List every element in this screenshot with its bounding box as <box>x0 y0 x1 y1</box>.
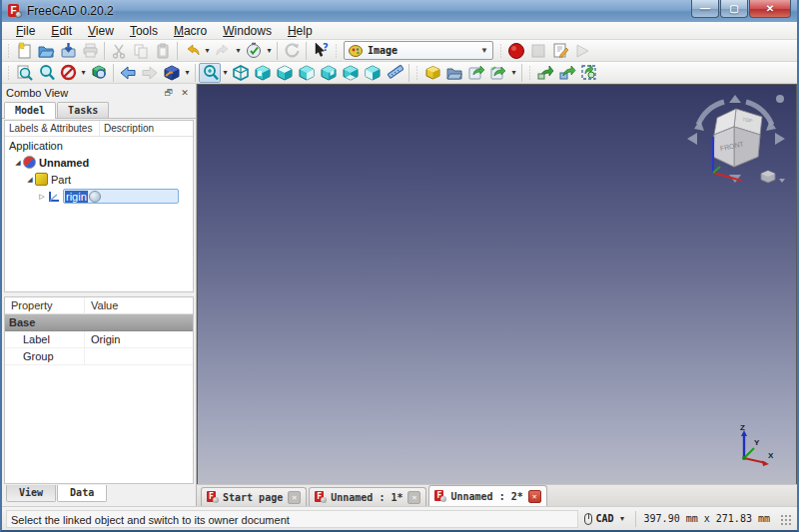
bottom-view-button[interactable] <box>340 63 362 83</box>
fit-all-button[interactable] <box>13 63 35 83</box>
fit-selection-button[interactable] <box>35 63 57 83</box>
measure-distance-button[interactable] <box>384 63 405 83</box>
create-group-button[interactable] <box>443 63 465 83</box>
close-tab-icon[interactable]: ✕ <box>528 490 541 503</box>
combo-view-titlebar[interactable]: Combo View 🗗 ✕ <box>2 84 196 101</box>
import-all-links-button[interactable] <box>556 63 578 83</box>
freecad-window: F FreeCAD 0.20.2 — ▢ ✕ File Edit View To… <box>0 0 799 532</box>
copy-button[interactable] <box>130 41 152 61</box>
expand-icon[interactable]: ◢ <box>25 176 35 184</box>
collapse-icon[interactable]: ▷ <box>37 193 47 201</box>
tab-view[interactable]: View <box>6 485 56 502</box>
menu-file[interactable]: File <box>8 23 43 39</box>
box-zoom-button[interactable] <box>88 63 110 83</box>
tree-header-labels[interactable]: Labels & Attributes <box>5 121 100 136</box>
new-document-button[interactable] <box>13 41 35 61</box>
isometric-view-button[interactable] <box>161 63 183 83</box>
tab-model[interactable]: Model <box>4 102 56 119</box>
toolbar-grip[interactable] <box>6 43 11 59</box>
close-tab-icon[interactable]: ✕ <box>407 491 420 504</box>
redo-button[interactable] <box>212 41 234 61</box>
close-tab-icon[interactable]: ✕ <box>288 491 301 504</box>
top-view-button[interactable] <box>274 63 296 83</box>
paste-button[interactable] <box>152 41 174 61</box>
menu-view[interactable]: View <box>80 23 122 39</box>
toolbar-grip[interactable] <box>334 43 339 59</box>
print-button[interactable] <box>79 41 101 61</box>
property-column-header[interactable]: Property <box>5 297 85 313</box>
replace-link-dropdown[interactable]: ▾ <box>509 68 518 77</box>
toolbar-grip[interactable] <box>498 43 503 59</box>
tree-item-document[interactable]: ◢ Unnamed <box>5 154 193 171</box>
edit-macro-button[interactable] <box>549 41 571 61</box>
tree-header-description[interactable]: Description <box>100 121 154 136</box>
navigation-style-value[interactable]: CAD <box>596 513 614 524</box>
close-panel-icon[interactable]: ✕ <box>178 86 192 99</box>
tree-item-part[interactable]: ◢ Part <box>5 171 193 188</box>
zoom-dropdown[interactable]: ▾ <box>221 68 230 77</box>
stopwatch-check-button[interactable] <box>243 41 265 61</box>
play-macro-button[interactable] <box>571 41 593 61</box>
refresh-button[interactable] <box>281 41 303 61</box>
tab-tasks[interactable]: Tasks <box>57 102 109 118</box>
tree-item-application[interactable]: Application <box>5 137 193 154</box>
3d-viewport[interactable]: FRONT TOP <box>197 84 797 484</box>
toolbar-grip[interactable] <box>6 65 11 81</box>
menu-edit[interactable]: Edit <box>43 23 80 39</box>
close-button[interactable]: ✕ <box>749 0 791 18</box>
import-links-button[interactable] <box>534 63 556 83</box>
tree-view[interactable]: Application ◢ Unnamed ◢ Part ▷ <box>5 137 193 291</box>
replace-link-button[interactable] <box>487 63 509 83</box>
stopwatch-dropdown[interactable]: ▾ <box>265 46 274 55</box>
create-part-button[interactable] <box>421 63 443 83</box>
record-macro-button[interactable] <box>505 41 527 61</box>
property-row-label[interactable]: Label Origin <box>5 331 193 348</box>
navigation-style-dropdown[interactable]: ▾ <box>618 514 627 523</box>
open-button[interactable] <box>35 41 57 61</box>
undo-button[interactable] <box>181 41 203 61</box>
tab-start-page[interactable]: F Start page ✕ <box>201 487 307 506</box>
redo-dropdown[interactable]: ▾ <box>234 46 243 55</box>
isometric-dropdown[interactable]: ▾ <box>183 68 192 77</box>
axonometric-view-button[interactable] <box>230 63 252 83</box>
make-link-button[interactable] <box>465 63 487 83</box>
front-view-button[interactable] <box>252 63 274 83</box>
workbench-selector[interactable]: Image ▼ <box>344 41 493 60</box>
menu-windows[interactable]: Windows <box>215 23 280 39</box>
stop-macro-button[interactable] <box>527 41 549 61</box>
navigation-cube[interactable]: FRONT TOP <box>684 91 788 189</box>
property-group-base[interactable]: Base <box>5 314 193 331</box>
tab-unnamed-2[interactable]: F Unnamed : 2* ✕ <box>428 485 546 506</box>
whats-this-button[interactable]: ? <box>310 41 332 61</box>
property-row-group[interactable]: Group <box>5 348 193 365</box>
rename-input[interactable]: rigin <box>63 189 179 204</box>
draw-style-button[interactable] <box>57 63 79 83</box>
save-button[interactable] <box>57 41 79 61</box>
cut-button[interactable] <box>108 41 130 61</box>
maximize-button[interactable]: ▢ <box>720 0 748 18</box>
menu-help[interactable]: Help <box>280 23 321 39</box>
zoom-tools-button[interactable] <box>199 63 221 83</box>
tab-data[interactable]: Data <box>57 485 107 502</box>
left-view-button[interactable] <box>362 63 384 83</box>
undo-dropdown[interactable]: ▾ <box>203 46 212 55</box>
minimize-button[interactable]: — <box>691 0 719 18</box>
rear-view-button[interactable] <box>318 63 340 83</box>
title-bar[interactable]: F FreeCAD 0.20.2 — ▢ ✕ <box>2 0 797 22</box>
nav-forward-button[interactable] <box>139 63 161 83</box>
toolbar-grip[interactable] <box>527 65 532 81</box>
ruler-icon <box>387 64 403 81</box>
value-column-header[interactable]: Value <box>85 297 118 313</box>
resize-grip[interactable] <box>780 514 793 527</box>
nav-back-button[interactable] <box>117 63 139 83</box>
toolbar-grip[interactable] <box>414 65 419 81</box>
tab-unnamed-1[interactable]: F Unnamed : 1* ✕ <box>309 487 426 506</box>
go-to-linked-object-button[interactable] <box>578 63 600 83</box>
tree-item-origin-renaming[interactable]: ▷ rigin <box>5 188 193 205</box>
menu-macro[interactable]: Macro <box>166 23 215 39</box>
right-view-button[interactable] <box>296 63 318 83</box>
draw-style-dropdown[interactable]: ▾ <box>79 68 88 77</box>
float-panel-icon[interactable]: 🗗 <box>162 86 176 99</box>
menu-tools[interactable]: Tools <box>122 23 166 39</box>
expand-icon[interactable]: ◢ <box>13 159 23 167</box>
